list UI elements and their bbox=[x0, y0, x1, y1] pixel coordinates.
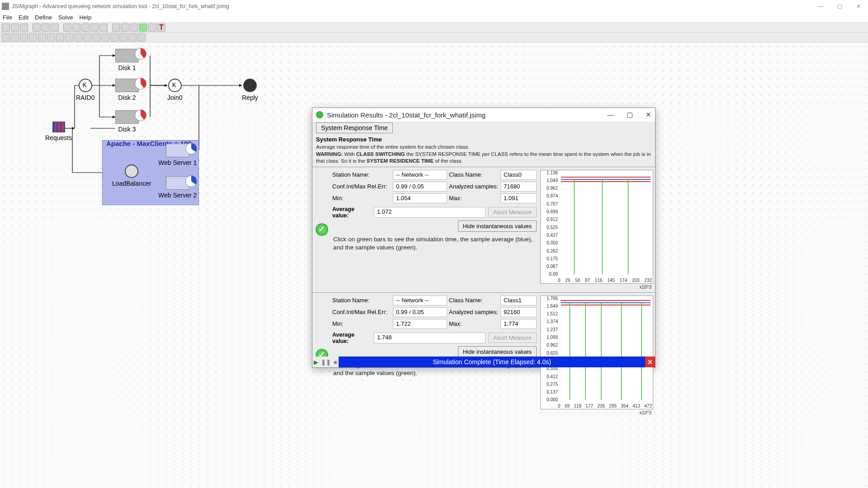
sim-pause-icon[interactable]: ❚❚ bbox=[321, 359, 331, 366]
menu-help[interactable]: Help bbox=[79, 14, 91, 21]
mini-chart-class1[interactable]: 1.7861.6491.5121.3741.2371.0990.9620.825… bbox=[540, 296, 653, 415]
measure-class0: Station Name: -- Network -- Class Name: … bbox=[312, 167, 655, 292]
open-icon[interactable] bbox=[11, 23, 19, 32]
progress-close-icon[interactable]: ✕ bbox=[645, 357, 655, 367]
connection-tool-icon[interactable] bbox=[128, 33, 137, 42]
app-icon bbox=[2, 3, 9, 10]
menu-file[interactable]: File bbox=[3, 14, 12, 21]
save-icon[interactable] bbox=[20, 23, 28, 32]
source-icon bbox=[52, 122, 65, 132]
menu-edit[interactable]: Edit bbox=[19, 14, 28, 21]
server-pie-icon bbox=[135, 109, 146, 121]
results-icon bbox=[316, 111, 323, 118]
section-header: System Response Time bbox=[312, 134, 655, 144]
queue-icon bbox=[115, 110, 139, 124]
paste-icon[interactable] bbox=[51, 23, 59, 32]
queue-tool-icon[interactable] bbox=[29, 33, 37, 42]
pause-icon[interactable] bbox=[121, 23, 129, 32]
semaphore-tool-icon[interactable] bbox=[92, 33, 100, 42]
join-tool-icon[interactable] bbox=[65, 33, 73, 42]
success-check-icon bbox=[316, 223, 328, 236]
text-icon[interactable]: T bbox=[157, 23, 165, 32]
region-tool-icon[interactable] bbox=[137, 33, 146, 42]
node-disk1[interactable]: Disk 1 bbox=[115, 49, 139, 71]
node-webserver1[interactable]: Web Server 1 bbox=[158, 144, 197, 166]
measures-icon[interactable] bbox=[72, 23, 80, 32]
dialog-maximize-icon[interactable]: ▢ bbox=[627, 111, 633, 119]
classes-icon[interactable] bbox=[63, 23, 71, 32]
toolbar-palette bbox=[0, 33, 868, 42]
sim-play-icon[interactable]: ▶ bbox=[314, 359, 318, 366]
node-webserver2[interactable]: Web Server 2 bbox=[158, 176, 197, 199]
confint-field: 0.99 / 0.05 bbox=[393, 182, 447, 192]
whatif-icon[interactable] bbox=[81, 23, 90, 32]
dialog-minimize-icon[interactable]: — bbox=[607, 111, 614, 119]
node-reply[interactable]: Reply bbox=[242, 79, 258, 101]
minimize-icon[interactable]: — bbox=[816, 3, 825, 9]
progress-label: Simulation Complete (Time Elapsed: 4.0s) bbox=[339, 357, 645, 367]
node-loadbalancer[interactable]: LoadBalancer bbox=[112, 164, 151, 187]
place-tool-icon[interactable] bbox=[110, 33, 118, 42]
menu-define[interactable]: Define bbox=[35, 14, 52, 21]
dialog-title: Simulation Results - 2cl_10stat_fcr_fork… bbox=[327, 111, 486, 119]
window-title: JSIMgraph - Advanced queueing network si… bbox=[12, 3, 229, 9]
abort-measure-button[interactable]: Abort Measure bbox=[488, 207, 537, 217]
max-field: 1.774 bbox=[500, 319, 537, 329]
svg-marker-0 bbox=[72, 127, 75, 130]
mva-icon[interactable] bbox=[99, 23, 108, 32]
node-join0[interactable]: K Join0 bbox=[167, 79, 182, 101]
select-tool-icon[interactable] bbox=[2, 33, 10, 42]
join-icon: K bbox=[168, 79, 182, 92]
play-icon[interactable] bbox=[112, 23, 120, 32]
validate-icon[interactable] bbox=[139, 23, 147, 32]
class-switch-tool-icon[interactable] bbox=[83, 33, 91, 42]
class-name-field: Class1 bbox=[500, 296, 537, 305]
abort-measure-button[interactable]: Abort Measure bbox=[488, 333, 537, 343]
hint-text: Click on green bars to see the simulatio… bbox=[332, 234, 537, 252]
results-icon[interactable] bbox=[90, 23, 99, 32]
menu-solve[interactable]: Solve bbox=[58, 14, 73, 21]
logger-tool-icon[interactable] bbox=[74, 33, 82, 42]
hide-values-button[interactable]: Hide instantaneous values bbox=[458, 221, 537, 232]
queue-icon bbox=[115, 79, 139, 92]
transition-tool-icon[interactable] bbox=[119, 33, 127, 42]
measure-class1: Station Name: -- Network -- Class Name: … bbox=[312, 292, 655, 418]
new-icon[interactable] bbox=[2, 23, 10, 32]
cut-icon[interactable] bbox=[33, 23, 41, 32]
station-name-field: -- Network -- bbox=[393, 170, 447, 180]
copy-icon[interactable] bbox=[42, 23, 50, 32]
fork-tool-icon[interactable] bbox=[56, 33, 64, 42]
router-tool-icon[interactable] bbox=[47, 33, 55, 42]
node-disk3[interactable]: Disk 3 bbox=[115, 110, 139, 133]
mini-chart-class0[interactable]: 1.1361.0490.9620.8740.7870.6990.6120.525… bbox=[540, 170, 653, 290]
tab-system-response-time[interactable]: System Response Time bbox=[316, 122, 393, 133]
dialog-titlebar[interactable]: Simulation Results - 2cl_10stat_fcr_fork… bbox=[312, 108, 655, 122]
scaler-tool-icon[interactable] bbox=[101, 33, 109, 42]
delay-tool-icon[interactable] bbox=[38, 33, 46, 42]
station-name-field: -- Network -- bbox=[393, 296, 447, 305]
min-field: 1.722 bbox=[393, 319, 447, 329]
source-tool-icon[interactable] bbox=[11, 33, 19, 42]
sink-tool-icon[interactable] bbox=[20, 33, 28, 42]
close-icon[interactable]: ✕ bbox=[854, 3, 863, 9]
server-pie-icon bbox=[185, 143, 197, 155]
dialog-close-icon[interactable]: ✕ bbox=[646, 111, 651, 119]
simulation-results-dialog: Simulation Results - 2cl_10stat_fcr_fork… bbox=[312, 108, 656, 368]
toolbar-main: T bbox=[0, 23, 868, 33]
router-icon bbox=[125, 164, 138, 178]
average-value-field: 1.072 bbox=[374, 207, 486, 218]
sim-stop-icon[interactable]: ■ bbox=[334, 359, 337, 366]
stop-icon[interactable] bbox=[130, 23, 138, 32]
queue-icon bbox=[166, 176, 189, 190]
export-icon[interactable] bbox=[148, 23, 156, 32]
server-pie-icon bbox=[135, 48, 146, 60]
hide-values-button[interactable]: Hide instantaneous values bbox=[458, 346, 537, 357]
samples-field: 92160 bbox=[500, 307, 537, 317]
class-name-field: Class0 bbox=[500, 170, 537, 180]
max-field: 1.091 bbox=[500, 193, 537, 203]
node-raid0[interactable]: K RAID0 bbox=[76, 79, 94, 101]
confint-field: 0.99 / 0.05 bbox=[393, 307, 447, 317]
node-requests[interactable]: Requests bbox=[45, 122, 72, 141]
node-disk2[interactable]: Disk 2 bbox=[115, 79, 139, 101]
maximize-icon[interactable]: ▢ bbox=[835, 3, 844, 9]
